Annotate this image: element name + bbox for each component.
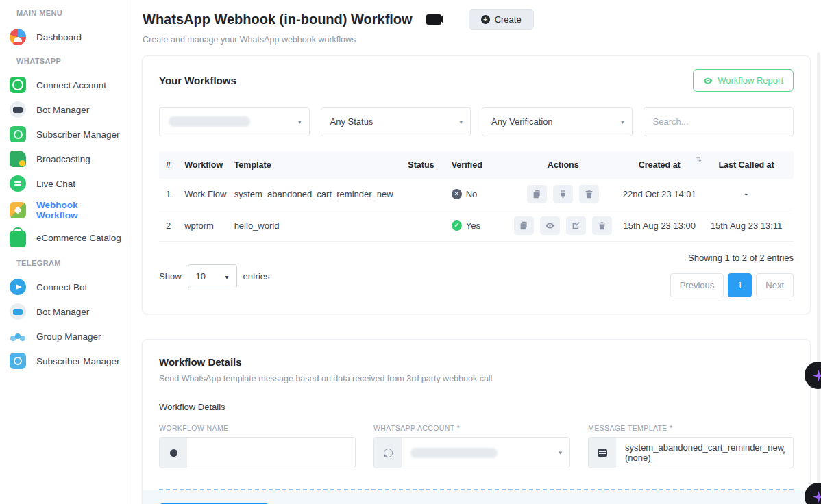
template-card-icon bbox=[598, 449, 607, 457]
search-filter bbox=[644, 107, 794, 136]
sparkle-star-icon bbox=[813, 370, 821, 381]
sidebar-item-group-manager[interactable]: Group Manager bbox=[0, 324, 127, 349]
plus-circle-icon: + bbox=[481, 15, 490, 24]
copy-icon[interactable] bbox=[514, 216, 534, 235]
edit-icon[interactable] bbox=[566, 216, 586, 235]
workflow-icon bbox=[10, 202, 26, 218]
sidebar-item-connect-bot[interactable]: Connect Bot bbox=[0, 275, 127, 299]
contacts-icon bbox=[10, 126, 26, 142]
status-filter-select[interactable]: Any Status ▾ bbox=[321, 107, 471, 136]
scrollbar[interactable] bbox=[817, 52, 820, 504]
chevron-down-icon: ▾ bbox=[459, 118, 463, 125]
video-camera-icon[interactable] bbox=[426, 14, 441, 25]
sidebar-section-telegram: TELEGRAM bbox=[0, 251, 127, 275]
account-filter-select[interactable]: ▾ bbox=[159, 107, 310, 136]
whatsapp-icon bbox=[10, 77, 26, 93]
table-row: 1 Work Flow system_abandoned_cart_remind… bbox=[159, 179, 794, 210]
next-page-button[interactable]: Next bbox=[756, 273, 794, 297]
details-card-subtitle: Send WhatsApp template message based on … bbox=[159, 374, 794, 383]
sparkle-star-icon bbox=[813, 491, 821, 503]
field-prefix bbox=[160, 438, 187, 468]
main-content: WhatsApp Webhook (in-bound) Workflow + C… bbox=[127, 0, 821, 504]
workflows-table: # Workflow Template Status Verified Acti… bbox=[159, 151, 794, 242]
verification-filter-select[interactable]: Any Verification ▾ bbox=[482, 107, 633, 136]
workflow-details-card: Workflow Details Send WhatsApp template … bbox=[142, 339, 811, 504]
sidebar-section-whatsapp: WHATSAPP bbox=[0, 49, 127, 73]
sidebar-item-bot-manager[interactable]: Bot Manager bbox=[0, 97, 127, 122]
workflow-name-field: WORKFLOW NAME bbox=[159, 424, 356, 468]
results-summary: Showing 1 to 2 of 2 entries bbox=[670, 253, 794, 263]
chevron-down-icon: ▾ bbox=[298, 118, 302, 125]
redacted-account-value bbox=[410, 448, 498, 458]
verified-badge: ✓ Yes bbox=[452, 220, 514, 231]
dot-icon bbox=[170, 449, 177, 457]
whatsapp-account-field: WHATSAPP ACCOUNT * ▾ bbox=[373, 424, 570, 468]
plug-icon[interactable] bbox=[553, 185, 573, 203]
field-prefix bbox=[589, 438, 616, 468]
eye-icon bbox=[703, 76, 713, 86]
redacted-account-value bbox=[169, 116, 250, 127]
check-circle-icon: ✓ bbox=[452, 220, 462, 231]
entries-per-page-select[interactable]: 10 ▾ bbox=[188, 264, 237, 288]
chevron-down-icon: ▾ bbox=[559, 449, 563, 456]
sidebar-item-ecommerce-catalog[interactable]: eCommerce Catalog bbox=[0, 225, 127, 251]
field-prefix bbox=[374, 438, 402, 468]
previous-page-button[interactable]: Previous bbox=[670, 273, 724, 297]
message-template-select[interactable]: system_abandoned_cart_reminder_new (none… bbox=[588, 437, 794, 468]
table-header-row: # Workflow Template Status Verified Acti… bbox=[159, 151, 794, 179]
chat-bubble-icon bbox=[10, 175, 26, 192]
megaphone-icon bbox=[10, 151, 26, 167]
sort-icon[interactable]: ⇅ bbox=[696, 155, 702, 163]
whatsapp-outline-icon bbox=[384, 449, 393, 457]
sidebar-item-dashboard[interactable]: Dashboard bbox=[0, 25, 127, 49]
verified-badge: × No bbox=[452, 189, 514, 199]
sidebar: MAIN MENU Dashboard WHATSAPP Connect Acc… bbox=[0, 0, 127, 504]
created-at-header[interactable]: Created at ⇅ bbox=[613, 160, 706, 170]
chevron-down-icon: ▾ bbox=[621, 118, 624, 125]
workflows-card-title: Your Workflows bbox=[159, 69, 236, 86]
chevron-down-icon: ▾ bbox=[782, 449, 785, 456]
show-label: Show bbox=[159, 271, 182, 281]
workflow-report-button[interactable]: Workflow Report bbox=[693, 69, 794, 92]
entries-label: entries bbox=[243, 271, 270, 281]
robot-icon bbox=[10, 303, 26, 320]
robot-icon bbox=[10, 101, 26, 118]
table-row: 2 wpform hello_world ✓ Yes bbox=[159, 210, 794, 242]
message-template-field: MESSAGE TEMPLATE * system_abandoned_cart… bbox=[588, 424, 794, 468]
cross-circle-icon: × bbox=[452, 189, 462, 199]
contacts-icon bbox=[10, 353, 26, 369]
create-button[interactable]: + Create bbox=[469, 9, 534, 30]
trash-icon[interactable] bbox=[592, 216, 612, 235]
details-card-title: Workflow Details bbox=[159, 356, 794, 368]
trash-icon[interactable] bbox=[579, 185, 599, 203]
workflow-name-input[interactable] bbox=[196, 448, 346, 458]
dashboard-gauge-icon bbox=[10, 29, 26, 45]
sidebar-item-webhook-workflow[interactable]: Webhook Workflow bbox=[0, 196, 127, 225]
page-1-button[interactable]: 1 bbox=[728, 273, 752, 297]
details-section-label: Workflow Details bbox=[159, 402, 794, 412]
sidebar-item-live-chat[interactable]: Live Chat bbox=[0, 171, 127, 196]
sidebar-item-tg-subscriber-manager[interactable]: Subscriber Manager bbox=[0, 349, 127, 373]
app-window: MAIN MENU Dashboard WHATSAPP Connect Acc… bbox=[0, 0, 821, 504]
group-icon bbox=[10, 328, 26, 344]
chevron-down-icon: ▾ bbox=[225, 273, 229, 280]
whatsapp-account-select[interactable]: ▾ bbox=[373, 437, 570, 468]
sidebar-item-tg-bot-manager[interactable]: Bot Manager bbox=[0, 299, 127, 324]
your-workflows-card: Your Workflows Workflow Report ▾ Any Sta… bbox=[142, 55, 811, 314]
pagination: Previous 1 Next bbox=[670, 273, 794, 297]
sidebar-item-broadcasting[interactable]: Broadcasting bbox=[0, 147, 127, 171]
search-input[interactable] bbox=[653, 116, 785, 127]
page-subtitle: Create and manage your WhatsApp webhook … bbox=[127, 30, 821, 45]
sidebar-section-main-menu: MAIN MENU bbox=[0, 1, 127, 25]
telegram-icon bbox=[10, 279, 26, 295]
eye-icon[interactable] bbox=[540, 216, 560, 235]
sidebar-item-connect-account[interactable]: Connect Account bbox=[0, 73, 127, 97]
copy-icon[interactable] bbox=[527, 185, 547, 203]
shopping-bag-icon bbox=[10, 231, 26, 247]
sidebar-item-subscriber-manager[interactable]: Subscriber Manager bbox=[0, 122, 127, 147]
page-title: WhatsApp Webhook (in-bound) Workflow bbox=[143, 12, 413, 27]
